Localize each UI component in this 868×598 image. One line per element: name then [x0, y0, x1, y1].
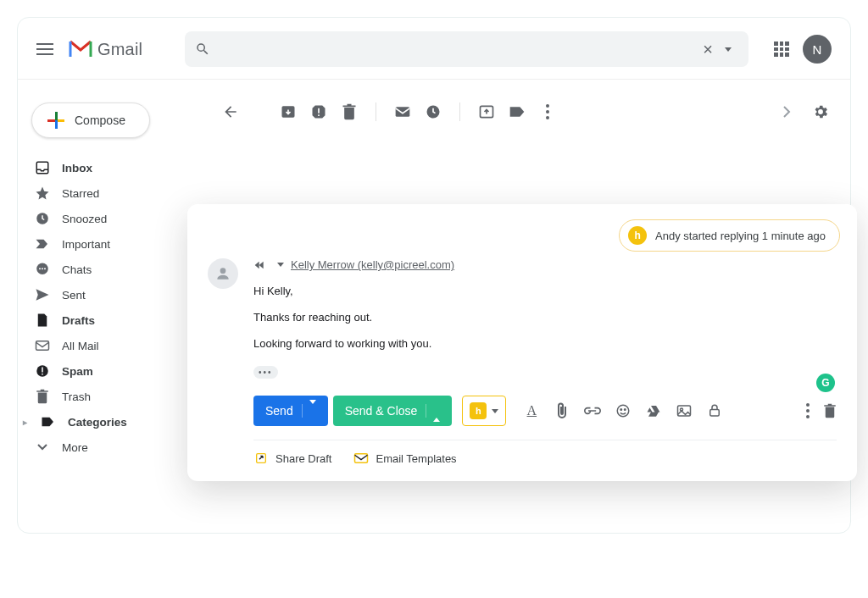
nav-label: Inbox — [62, 162, 92, 174]
labels-button[interactable] — [508, 102, 526, 121]
sidebar-item-chats[interactable]: Chats — [31, 257, 184, 282]
grammarly-icon[interactable]: G — [816, 374, 835, 392]
attach-button[interactable] — [554, 402, 570, 419]
body-line: Thanks for reaching out. — [253, 311, 837, 324]
formatting-button[interactable]: A — [523, 402, 540, 419]
show-trimmed-content[interactable]: ••• — [253, 366, 278, 379]
send-button[interactable]: Send — [253, 396, 328, 426]
recipient-address[interactable]: Kelly Merrow (kelly@picreel.com) — [291, 258, 454, 271]
svg-point-3 — [39, 268, 41, 269]
svg-rect-23 — [678, 406, 691, 416]
sidebar-item-inbox[interactable]: Inbox — [31, 155, 184, 180]
svg-rect-0 — [36, 162, 48, 174]
compose-label: Compose — [75, 114, 125, 127]
svg-point-28 — [806, 415, 810, 418]
svg-rect-13 — [396, 107, 410, 117]
email-templates-icon — [353, 451, 369, 466]
nav-label: Categories — [68, 416, 127, 429]
compose-body-text[interactable]: Hi Kelly, Thanks for reaching out. Looki… — [253, 285, 837, 350]
nav-label: Starred — [62, 187, 99, 200]
more-button[interactable] — [538, 102, 557, 121]
sidebar-item-sent[interactable]: Sent — [31, 282, 184, 307]
next-button[interactable] — [777, 102, 796, 121]
sidebar-item-allmail[interactable]: All Mail — [31, 333, 184, 358]
settings-button[interactable] — [811, 102, 830, 121]
svg-point-5 — [44, 268, 46, 269]
back-button[interactable] — [221, 102, 240, 121]
delete-button[interactable] — [340, 102, 359, 121]
move-to-button[interactable] — [477, 102, 496, 121]
search-bar[interactable]: × — [185, 31, 748, 67]
reply-type-caret-icon[interactable] — [277, 263, 284, 267]
svg-rect-8 — [42, 368, 43, 373]
body-line: Hi Kelly, — [253, 285, 837, 297]
compose-plus-icon — [47, 112, 64, 129]
categories-icon — [41, 414, 56, 429]
compose-button[interactable]: Compose — [31, 102, 150, 138]
nav-label: Snoozed — [62, 213, 107, 225]
snooze-button[interactable] — [424, 102, 442, 121]
svg-rect-30 — [355, 454, 368, 463]
account-avatar[interactable]: N — [803, 35, 832, 64]
sidebar-item-more[interactable]: More — [31, 435, 184, 460]
send-close-options-caret-icon[interactable] — [426, 404, 440, 418]
svg-point-26 — [806, 403, 810, 407]
insert-emoji-button[interactable] — [615, 402, 632, 419]
sidebar-item-trash[interactable]: Trash — [31, 384, 184, 409]
drafts-icon — [35, 313, 50, 328]
svg-point-22 — [625, 409, 626, 411]
clock-icon — [35, 211, 50, 226]
insert-link-button[interactable] — [584, 402, 601, 419]
archive-button[interactable] — [279, 102, 298, 121]
inbox-icon — [35, 160, 50, 175]
apps-grid-icon[interactable] — [774, 42, 789, 57]
sender-avatar — [208, 258, 238, 289]
insert-photo-button[interactable] — [676, 402, 693, 419]
svg-rect-6 — [36, 341, 49, 351]
svg-rect-9 — [42, 374, 43, 375]
confidential-mode-button[interactable] — [706, 402, 723, 419]
app-name: Gmail — [97, 40, 142, 59]
collaboration-status-chip: h Andy started replying 1 minute ago — [619, 219, 840, 252]
search-icon — [195, 42, 210, 57]
menu-icon[interactable] — [36, 43, 53, 55]
send-and-close-button[interactable]: Send & Close — [333, 396, 453, 426]
gmail-m-icon — [69, 40, 92, 58]
gmail-logo: Gmail — [69, 40, 142, 59]
nav-label: Important — [62, 238, 110, 251]
discard-draft-button[interactable] — [823, 403, 837, 418]
share-draft-button[interactable]: Share Draft — [253, 451, 331, 466]
email-templates-label: Email Templates — [376, 452, 456, 465]
sidebar-item-starred[interactable]: Starred — [31, 180, 184, 206]
nav-label: Sent — [62, 289, 86, 302]
search-clear-icon[interactable]: × — [698, 40, 718, 59]
sidebar-item-categories[interactable]: ▸ Categories — [31, 409, 184, 435]
star-icon — [35, 185, 50, 201]
status-badge-icon: h — [628, 226, 647, 245]
svg-rect-11 — [318, 108, 320, 114]
reply-all-icon[interactable] — [253, 259, 270, 271]
sidebar-item-important[interactable]: Important — [31, 231, 184, 257]
share-draft-icon — [253, 451, 269, 466]
svg-point-4 — [42, 268, 43, 269]
sidebar-item-spam[interactable]: Spam — [31, 358, 184, 384]
mail-icon — [35, 338, 50, 353]
send-close-label: Send & Close — [345, 404, 418, 418]
sidebar-item-drafts[interactable]: Drafts — [31, 307, 184, 333]
mark-unread-button[interactable] — [393, 102, 412, 121]
body-line: Looking forward to working with you. — [253, 337, 837, 350]
svg-point-16 — [546, 104, 549, 108]
send-options-caret-icon[interactable] — [302, 404, 316, 418]
compose-more-button[interactable] — [806, 403, 810, 418]
sidebar-item-snoozed[interactable]: Snoozed — [31, 206, 184, 231]
search-options-caret-icon[interactable] — [725, 47, 732, 52]
send-label: Send — [265, 404, 293, 418]
chat-icon — [35, 262, 50, 277]
nav-label: Spam — [62, 365, 93, 378]
insert-drive-button[interactable] — [645, 402, 662, 419]
nav-label: All Mail — [62, 340, 99, 352]
report-spam-button[interactable] — [309, 102, 328, 121]
hiver-dropdown[interactable]: h — [462, 396, 506, 426]
email-templates-button[interactable]: Email Templates — [353, 451, 456, 466]
nav-label: Drafts — [62, 314, 95, 327]
